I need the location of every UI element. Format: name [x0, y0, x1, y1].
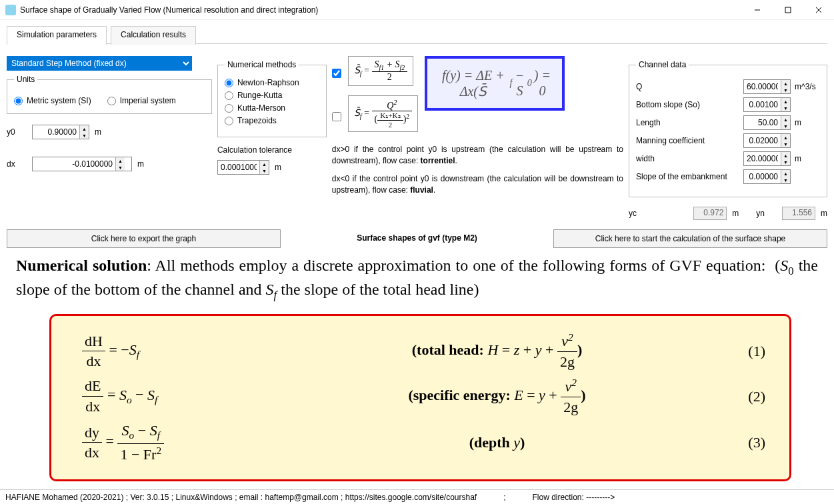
q-unit: m^3/s	[795, 82, 820, 91]
channel-data-group: Channel data Q▲▼m^3/s Bottom slope (So)▲…	[629, 60, 827, 197]
radio-runge[interactable]: Runge-Kutta	[225, 91, 319, 100]
radio-trap[interactable]: Trapezoids	[225, 116, 319, 125]
so-down[interactable]: ▼	[781, 105, 790, 111]
note-dx-positive: dx>0 if the control point y0 is upstream…	[332, 144, 623, 167]
radio-merson-label: Kutta-Merson	[237, 103, 285, 113]
radio-imperial-label: Imperial system	[120, 96, 176, 105]
surface-shape-title: Surface shapes of gvf (type M2)	[281, 229, 553, 248]
window-title: Surface shape of Gradually Varied Flow (…	[20, 5, 742, 15]
numerical-solution-panel: Numerical solution: All methods employ a…	[7, 251, 827, 485]
num-methods-legend: Numerical methods	[225, 60, 299, 69]
q-down[interactable]: ▼	[781, 87, 790, 93]
len-unit: m	[795, 118, 820, 127]
w-label: width	[636, 154, 655, 163]
export-graph-button[interactable]: Click here to export the graph	[7, 229, 281, 248]
emb-down[interactable]: ▼	[781, 177, 790, 183]
radio-newton[interactable]: Newton-Raphson	[225, 78, 319, 87]
status-author: HAFIANE Mohamed (2020-2021) ; Ver: 3.0.1…	[5, 493, 477, 502]
y0-field[interactable]	[33, 125, 79, 139]
emb-up[interactable]: ▲	[781, 170, 790, 177]
radio-imperial[interactable]: Imperial system	[107, 96, 176, 105]
status-sep: ;	[503, 493, 505, 502]
mann-down[interactable]: ▼	[781, 141, 790, 147]
radio-merson[interactable]: Kutta-Merson	[225, 103, 319, 113]
len-down[interactable]: ▼	[781, 123, 790, 129]
titlebar: Surface shape of Gradually Varied Flow (…	[0, 0, 834, 20]
check-formula2[interactable]	[332, 112, 341, 121]
w-unit: m	[795, 154, 820, 163]
minimize-button[interactable]	[742, 0, 773, 20]
dx-down[interactable]: ▼	[116, 164, 125, 171]
dx-field[interactable]	[33, 157, 115, 171]
intro-text: Numerical solution: All methods employ a…	[16, 255, 818, 303]
y0-input[interactable]: ▲▼	[32, 125, 89, 139]
radio-newton-input[interactable]	[225, 79, 233, 87]
radio-imperial-input[interactable]	[107, 97, 116, 105]
q-up[interactable]: ▲	[781, 80, 790, 87]
tol-down[interactable]: ▼	[260, 167, 269, 174]
radio-runge-input[interactable]	[225, 91, 233, 100]
len-up[interactable]: ▲	[781, 116, 790, 123]
mann-label: Manning coefficient	[636, 136, 705, 145]
maximize-button[interactable]	[773, 0, 803, 20]
close-button[interactable]	[803, 0, 834, 20]
status-bar: HAFIANE Mohamed (2020-2021) ; Ver: 3.0.1…	[0, 489, 834, 504]
y0-up[interactable]: ▲	[80, 125, 89, 132]
tol-input[interactable]: ▲▼	[217, 160, 269, 175]
equation-2: dEdx = So − Sf (specific energy: E = y +…	[82, 376, 765, 417]
y0-down[interactable]: ▼	[80, 132, 89, 139]
radio-merson-input[interactable]	[225, 104, 233, 113]
equations-box: dHdx = −Sf (total head: H = z + y + v22g…	[49, 314, 791, 481]
so-up[interactable]: ▲	[781, 98, 790, 105]
tab-calculation-results[interactable]: Calculation results	[111, 26, 196, 45]
w-down[interactable]: ▼	[781, 159, 790, 165]
mann-field[interactable]	[744, 134, 781, 147]
yc-value: 0.972	[693, 207, 727, 220]
method-select[interactable]: Standard Step Method (fixed dx)	[7, 56, 192, 71]
yc-unit: m	[732, 209, 739, 218]
q-field[interactable]	[744, 80, 781, 93]
mann-input[interactable]: ▲▼	[743, 133, 791, 148]
len-input[interactable]: ▲▼	[743, 115, 791, 130]
yc-label: yc	[629, 209, 637, 218]
w-input[interactable]: ▲▼	[743, 151, 791, 166]
note-dx-negative: dx<0 if the control point y0 is downstre…	[332, 173, 623, 196]
emb-field[interactable]	[744, 170, 781, 183]
radio-metric-input[interactable]	[14, 97, 23, 105]
channel-legend: Channel data	[636, 60, 689, 69]
yn-value: 1.556	[782, 207, 815, 220]
q-label: Q	[636, 82, 642, 91]
radio-trap-input[interactable]	[225, 117, 233, 125]
window-controls	[742, 0, 834, 20]
check-formula1[interactable]	[332, 69, 341, 78]
tab-simulation-parameters[interactable]: Simulation parameters	[7, 26, 107, 45]
dx-up[interactable]: ▲	[116, 157, 125, 164]
q-input[interactable]: ▲▼	[743, 79, 791, 94]
len-label: Length	[636, 118, 661, 127]
radio-newton-label: Newton-Raphson	[237, 78, 299, 87]
so-field[interactable]	[744, 98, 781, 111]
mann-up[interactable]: ▲	[781, 134, 790, 141]
equation-3: dydx = So − Sf1 − Fr2 (depth y) (3)	[82, 421, 765, 464]
emb-label: Slope of the embankment	[636, 172, 727, 181]
radio-metric-label: Metric system (SI)	[27, 96, 91, 105]
formula-sf-q: S̄f = Q2(K₁+K₂2)2	[348, 95, 418, 133]
emb-input[interactable]: ▲▼	[743, 169, 791, 184]
yn-label: yn	[756, 209, 765, 218]
w-field[interactable]	[744, 152, 781, 165]
tol-field[interactable]	[218, 161, 259, 174]
w-up[interactable]: ▲	[781, 152, 790, 159]
tol-unit: m	[275, 163, 281, 172]
dx-unit: m	[137, 159, 144, 169]
tol-up[interactable]: ▲	[260, 161, 269, 167]
dx-input[interactable]: ▲▼	[32, 157, 132, 171]
tol-label: Calculation tolerance	[217, 145, 292, 155]
so-input[interactable]: ▲▼	[743, 97, 791, 112]
radio-metric[interactable]: Metric system (SI)	[14, 96, 91, 105]
units-group: Units Metric system (SI) Imperial system	[7, 75, 212, 114]
start-calculation-button[interactable]: Click here to start the calculation of t…	[553, 229, 827, 248]
equation-1: dHdx = −Sf (total head: H = z + y + v22g…	[82, 331, 765, 372]
so-label: Bottom slope (So)	[636, 100, 700, 109]
len-field[interactable]	[744, 116, 781, 129]
yn-unit: m	[821, 209, 827, 218]
